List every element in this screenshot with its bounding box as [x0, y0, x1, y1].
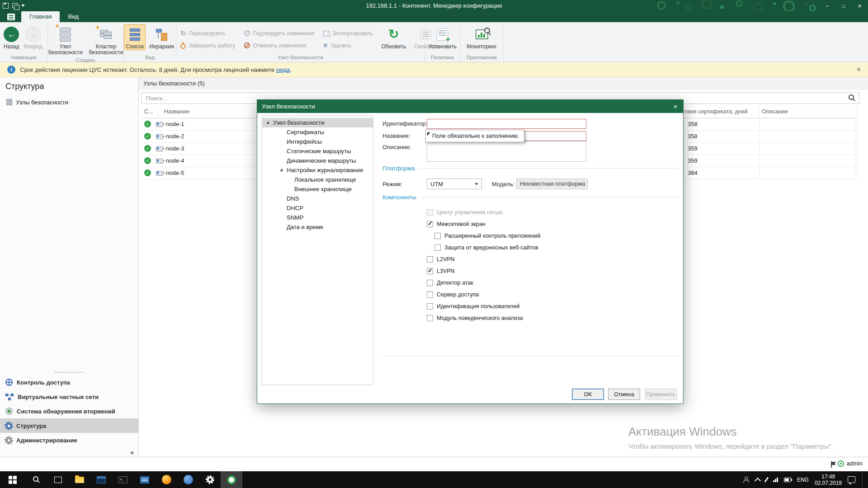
checkbox-user-identification[interactable]: Идентификация пользователей [427, 300, 541, 312]
dialog-nav-item[interactable]: Динамические маршруты [262, 156, 373, 165]
sidebar-item-vpn[interactable]: Виртуальные частные сети [0, 389, 138, 404]
sidebar-collapse-icon[interactable] [130, 449, 134, 456]
taskbar-search-button[interactable] [25, 471, 47, 488]
blue-app-button[interactable] [177, 471, 199, 488]
checkbox-access-server[interactable]: Сервер доступа [427, 289, 541, 300]
notice-close-icon[interactable] [857, 66, 861, 74]
search-icon[interactable] [849, 94, 855, 101]
network-icon[interactable] [773, 478, 778, 482]
qat-dropdown-icon[interactable] [21, 5, 25, 7]
list-view-icon [130, 28, 140, 41]
shutdown-button[interactable]: Завершить работу [178, 40, 237, 51]
tray-expand-icon[interactable] [755, 477, 761, 483]
dialog-nav-item[interactable]: SNMP [262, 213, 373, 222]
tree-item-security-nodes[interactable]: Узлы безопасности [6, 97, 68, 107]
dialog-close-icon[interactable] [668, 100, 683, 113]
install-policy-button[interactable]: Установить [426, 24, 458, 50]
folder-icon [75, 477, 84, 483]
dialog-nav-item[interactable]: Статические маршруты [262, 146, 373, 156]
maximize-button[interactable] [835, 0, 852, 11]
dialog-nav-item[interactable]: Локальное хранилище [262, 175, 373, 184]
create-security-cluster-button[interactable]: Кластер безопасности [87, 24, 125, 56]
checkbox-attack-detector[interactable]: Детектор атак [427, 277, 541, 289]
license-link[interactable]: сюда [276, 66, 290, 73]
sidebar-splitter-handle[interactable] [55, 372, 84, 373]
create-security-node-button[interactable]: Узел безопасности [47, 24, 85, 56]
sidebar-item-administration[interactable]: Администрирование [0, 433, 138, 447]
structure-sidebar: Структура Узлы безопасности Контроль дос… [0, 77, 139, 457]
checkbox-network-control-center[interactable]: Центр управления сетью [427, 206, 541, 218]
checkbox-behavior-analysis[interactable]: Модуль поведенческого анализа [427, 312, 541, 324]
dialog-nav-item[interactable]: Сертификаты [262, 127, 373, 137]
start-button[interactable] [0, 471, 25, 488]
back-icon [4, 27, 19, 42]
column-description[interactable]: Описание [762, 108, 788, 115]
cancel-button[interactable]: Отмена [608, 389, 640, 400]
dialog-nav-item[interactable]: Узел безопасности [262, 118, 373, 127]
continent-app-button[interactable] [221, 471, 242, 488]
task-view-button[interactable] [47, 471, 69, 488]
reboot-button[interactable]: Перезагрузить [178, 28, 237, 38]
app-menu-icon[interactable] [7, 14, 15, 20]
window-app-button[interactable] [134, 471, 156, 488]
confirm-changes-button[interactable]: Подтвердить изменения [242, 28, 316, 38]
column-status[interactable]: С... [144, 108, 153, 115]
close-button[interactable] [852, 0, 868, 11]
save-icon[interactable] [3, 3, 9, 9]
dialog-nav-item[interactable]: Интерфейсы [262, 137, 373, 146]
settings-button[interactable] [199, 471, 221, 488]
battery-icon[interactable] [784, 478, 791, 482]
pen-icon[interactable] [764, 477, 769, 482]
people-icon[interactable] [743, 477, 750, 483]
sidebar-item-structure[interactable]: Структура [0, 418, 138, 433]
language-indicator[interactable]: ENG [797, 477, 809, 483]
sidebar-item-ids[interactable]: Система обнаружения вторжений [0, 404, 138, 418]
monitoring-chart-icon [476, 29, 488, 39]
forward-button[interactable]: Вперед [22, 24, 44, 50]
minimize-button[interactable] [819, 0, 835, 11]
apply-button[interactable]: Применить [645, 389, 677, 400]
dialog-nav-item[interactable]: Настройки журналирования [262, 165, 373, 175]
column-name[interactable]: Название [164, 108, 189, 115]
expand-icon[interactable] [266, 121, 269, 124]
dialog-nav-item[interactable]: Дата и время [262, 222, 373, 232]
file-explorer-button[interactable] [69, 471, 90, 488]
tab-view[interactable]: Вид [60, 11, 87, 22]
monitoring-button[interactable]: Мониторинг [462, 24, 501, 50]
checkbox-icon [434, 244, 441, 251]
dialog-nav-item[interactable]: DNS [262, 194, 373, 203]
checkbox-l3vpn[interactable]: L3VPN [427, 265, 541, 277]
ok-button[interactable]: OK [572, 389, 604, 400]
refresh-button[interactable]: Обновить [380, 24, 408, 50]
sidebar-item-access-control[interactable]: Контроль доступа [0, 375, 138, 389]
checkbox-l2vpn[interactable]: L2VPN [427, 253, 541, 265]
checkbox-firewall[interactable]: Межсетевой экран [427, 218, 541, 230]
checkbox-app-control[interactable]: Расширенный контроль приложений [427, 230, 541, 242]
expand-icon[interactable] [280, 169, 283, 171]
view-list-button[interactable]: Список [124, 24, 146, 50]
firefox-button[interactable] [156, 471, 177, 488]
terminal-app-button[interactable] [112, 471, 134, 488]
export-button[interactable]: Экспортировать [321, 28, 375, 38]
revert-changes-button[interactable]: Отменить изменения [242, 40, 316, 51]
delete-button[interactable]: Удалить [321, 40, 375, 51]
flag-icon[interactable] [830, 461, 836, 468]
status-ok-icon [144, 145, 151, 152]
description-field[interactable] [427, 141, 586, 162]
console-app-button[interactable] [90, 471, 112, 488]
view-hierarchy-button[interactable]: Иерархия [147, 24, 175, 50]
tab-home[interactable]: Главная [21, 11, 60, 22]
network-nodes-icon [5, 394, 14, 400]
mode-select[interactable]: UTM [427, 178, 482, 189]
windows-layout-icon[interactable] [12, 3, 18, 8]
dialog-nav-item[interactable]: DHCP [262, 203, 373, 213]
checkbox-malicious-sites[interactable]: Защита от вредоносных веб-сайтов [427, 242, 541, 253]
show-desktop-button[interactable] [862, 471, 865, 488]
dialog-nav-item[interactable]: Внешнее хранилище [262, 184, 373, 194]
window-title: 192.168.1.1 - Континент. Менеджер конфиг… [366, 0, 502, 11]
windows-taskbar: ENG 17:49 02.07.2019 [0, 471, 868, 488]
action-center-icon[interactable] [848, 476, 855, 483]
taskbar-clock[interactable]: 17:49 02.07.2019 [815, 474, 842, 486]
back-button[interactable]: Назад [2, 24, 21, 50]
identifier-field[interactable] [427, 119, 586, 129]
